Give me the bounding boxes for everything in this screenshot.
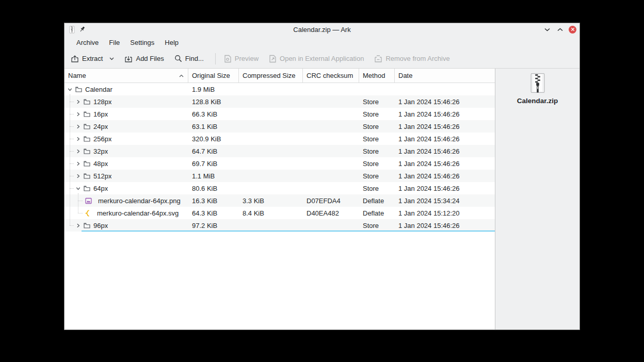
- date-cell: 1 Jan 2024 15:46:26: [395, 120, 495, 133]
- entry-name: 32px: [93, 147, 108, 155]
- compressed-size-cell: [239, 95, 303, 108]
- compressed-size-cell: [239, 157, 303, 170]
- table-row-calendar[interactable]: Calendar1.9 MiB: [65, 83, 495, 95]
- search-icon: [174, 55, 182, 62]
- table-row-96px[interactable]: 96px97.2 KiBStore1 Jan 2024 15:46:26: [65, 219, 495, 232]
- method-cell: Store: [359, 133, 395, 145]
- folder-icon: [84, 223, 90, 228]
- menu-item-help[interactable]: Help: [159, 37, 184, 48]
- tree-guide-stub: [78, 213, 83, 213]
- open-in-external-application-button[interactable]: Open in External Application: [269, 55, 364, 63]
- column-header-date[interactable]: Date: [395, 69, 495, 83]
- entry-name: 256px: [93, 135, 111, 143]
- table-row-128px[interactable]: 128px128.8 KiBStore1 Jan 2024 15:46:26: [65, 95, 495, 108]
- table-row-32px[interactable]: 32px64.7 KiBStore1 Jan 2024 15:46:26: [65, 145, 495, 157]
- tree-guide-stub: [70, 163, 74, 164]
- toolbar-button-label: Preview: [235, 55, 259, 62]
- folder-icon: [84, 173, 90, 179]
- tree-guide-stub: [70, 102, 74, 102]
- expand-arrow-icon[interactable]: [76, 100, 84, 104]
- compressed-size-cell: [239, 145, 303, 157]
- minimize-button[interactable]: [543, 25, 551, 34]
- toolbar-separator: [215, 53, 216, 64]
- zip-file-icon: [528, 73, 548, 93]
- date-cell: 1 Jan 2024 15:46:26: [395, 219, 495, 232]
- folder-icon: [84, 149, 90, 154]
- folder-icon: [84, 161, 90, 167]
- column-header-name[interactable]: Name: [65, 69, 188, 83]
- add-files-button[interactable]: Add Files: [124, 55, 164, 63]
- expand-arrow-icon[interactable]: [76, 161, 84, 166]
- tree-guide-stub: [70, 225, 74, 226]
- name-cell: 256px: [65, 133, 188, 145]
- name-cell: Calendar: [65, 83, 188, 95]
- entry-name: 48px: [93, 160, 108, 168]
- tree-guide-line: [78, 193, 78, 213]
- date-cell: 1 Jan 2024 15:46:26: [395, 108, 495, 120]
- menu-item-settings[interactable]: Settings: [125, 37, 159, 48]
- method-cell: Deflate: [359, 207, 395, 219]
- collapse-arrow-icon[interactable]: [76, 186, 84, 191]
- expand-arrow-icon[interactable]: [76, 174, 84, 178]
- name-cell: 64px: [65, 182, 188, 194]
- crc-cell: [303, 157, 359, 170]
- close-button[interactable]: [569, 26, 576, 34]
- maximize-button[interactable]: [556, 25, 564, 34]
- table-row-16px[interactable]: 16px66.3 KiBStore1 Jan 2024 15:46:26: [65, 108, 495, 120]
- column-header-method[interactable]: Method: [359, 69, 395, 83]
- sort-ascending-icon: [179, 74, 184, 77]
- table-row-64px[interactable]: 64px80.6 KiBStore1 Jan 2024 15:46:26: [65, 182, 495, 194]
- crc-cell: [303, 108, 359, 120]
- column-header-label: CRC checksum: [307, 72, 353, 79]
- crc-cell: [303, 83, 359, 95]
- toolbar-button-label: Extract: [82, 55, 103, 62]
- menu-item-file[interactable]: File: [104, 37, 125, 48]
- archive-name-label: Calendar.zip: [517, 97, 558, 105]
- date-cell: 1 Jan 2024 15:46:26: [395, 145, 495, 157]
- titlebar: Calendar.zip — Ark: [65, 23, 579, 36]
- entry-name: 24px: [93, 123, 108, 130]
- table-row-merkuro-calendar-64px-png[interactable]: merkuro-calendar-64px.png16.3 KiB3.3 KiB…: [65, 194, 495, 207]
- tree-guide-stub: [78, 201, 83, 201]
- remove-from-archive-button[interactable]: Remove from Archive: [374, 55, 449, 63]
- original-size-cell: 16.3 KiB: [188, 194, 239, 207]
- entry-name: 512px: [93, 172, 111, 180]
- table-row-48px[interactable]: 48px69.7 KiBStore1 Jan 2024 15:46:26: [65, 157, 495, 170]
- find-button[interactable]: Find...: [174, 55, 204, 62]
- table-row-24px[interactable]: 24px63.1 KiBStore1 Jan 2024 15:46:26: [65, 120, 495, 133]
- png-image-icon: [85, 198, 92, 204]
- menu-item-archive[interactable]: Archive: [71, 37, 104, 48]
- method-cell: Store: [359, 120, 395, 133]
- name-cell: 512px: [65, 170, 188, 182]
- expand-arrow-icon[interactable]: [76, 223, 84, 228]
- crc-cell: D07EFDA4: [303, 194, 359, 207]
- column-header-original-size[interactable]: Original Size: [188, 69, 239, 83]
- app-zip-icon[interactable]: [69, 26, 75, 34]
- column-header-compressed-size[interactable]: Compressed Size: [239, 69, 303, 83]
- method-cell: Store: [359, 182, 395, 194]
- menubar: ArchiveFileSettingsHelp: [65, 36, 579, 49]
- table-row-merkuro-calendar-64px-svg[interactable]: merkuro-calendar-64px.svg64.3 KiB8.4 KiB…: [65, 207, 495, 219]
- column-header-label: Original Size: [192, 72, 230, 79]
- expand-arrow-icon[interactable]: [76, 112, 84, 117]
- extract-button[interactable]: Extract: [71, 55, 114, 63]
- ark-window: Calendar.zip — Ark ArchiveFileSettingsHe…: [64, 23, 580, 330]
- preview-button[interactable]: Preview: [224, 55, 259, 63]
- original-size-cell: 128.8 KiB: [188, 95, 239, 108]
- method-cell: Deflate: [359, 194, 395, 207]
- pin-icon[interactable]: [79, 26, 86, 32]
- expand-arrow-icon[interactable]: [76, 149, 84, 154]
- table-row-256px[interactable]: 256px320.9 KiBStore1 Jan 2024 15:46:26: [65, 133, 495, 145]
- collapse-arrow-icon[interactable]: [68, 87, 75, 92]
- crc-cell: [303, 95, 359, 108]
- column-header-crc-checksum[interactable]: CRC checksum: [303, 69, 359, 83]
- expand-arrow-icon[interactable]: [76, 124, 84, 129]
- expand-arrow-icon[interactable]: [76, 137, 84, 141]
- entry-name: 128px: [93, 98, 111, 106]
- name-cell: 16px: [65, 108, 188, 120]
- name-cell: 128px: [65, 95, 188, 108]
- column-header-label: Method: [363, 72, 385, 79]
- chevron-down-icon[interactable]: [109, 57, 114, 60]
- original-size-cell: 64.7 KiB: [188, 145, 239, 157]
- table-row-512px[interactable]: 512px1.1 MiBStore1 Jan 2024 15:46:26: [65, 170, 495, 182]
